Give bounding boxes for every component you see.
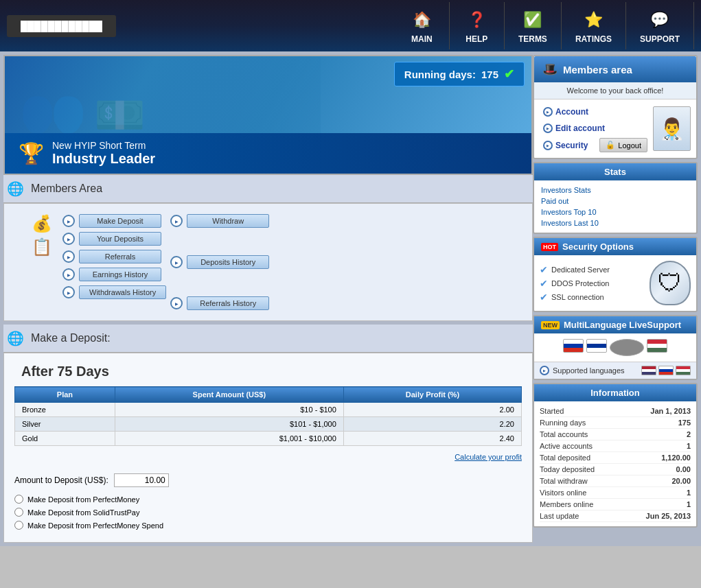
stats-links: Investors Stats Paid out Investors Top 1…	[534, 180, 696, 233]
ratings-icon: ⭐	[581, 8, 606, 32]
pm-spend-radio[interactable]	[14, 521, 23, 530]
active-accounts-value: 1	[687, 442, 691, 450]
solidtrust-radio[interactable]	[14, 508, 23, 517]
lang-flag-hu	[676, 366, 691, 375]
info-total-withdraw-row: Total withdraw 20.00	[540, 475, 691, 487]
referrals-history-btn[interactable]: Referrals History	[170, 296, 274, 310]
stats-box: Stats Investors Stats Paid out Investors…	[533, 162, 698, 234]
banner-money-icon: 💵	[94, 91, 146, 139]
security-menu-item[interactable]: ▶ Security	[540, 139, 599, 152]
info-last-update-row: Last update Jun 25, 2013	[540, 510, 691, 522]
members-area-header: 🌐 Members Area	[3, 175, 533, 203]
nav-main[interactable]: 🏠 MAIN	[395, 2, 450, 49]
amount-input[interactable]	[114, 473, 169, 487]
silver-name: Silver	[15, 417, 115, 432]
gold-profit: 2.40	[343, 432, 521, 446]
nav-ratings[interactable]: ⭐ RATINGS	[562, 2, 626, 49]
new-badge: NEW	[541, 321, 560, 329]
banner: 👥 💵 Running days: 175 ✔ 🏆 New HYIP Short…	[3, 55, 533, 175]
account-label: Account	[555, 107, 588, 117]
logout-label: Logout	[618, 141, 641, 150]
lang-flags	[641, 366, 691, 375]
ssl-label: SSL connection	[551, 293, 604, 301]
edit-account-menu-item[interactable]: ▶ Edit account	[540, 121, 647, 135]
make-deposit-label: Make Deposit	[79, 214, 161, 228]
total-accounts-label: Total accounts	[540, 430, 588, 438]
nav-help[interactable]: ❓ HELP	[450, 2, 505, 49]
investors-stats-link[interactable]: Investors Stats	[541, 186, 689, 194]
trophy-icon: 🏆	[19, 141, 44, 165]
deposit-section-header: 🌐 Make a Deposit:	[3, 325, 533, 353]
bronze-amount: $10 - $100	[115, 403, 343, 417]
nav-support[interactable]: 💬 SUPPORT	[626, 2, 694, 49]
bronze-profit: 2.00	[343, 403, 521, 417]
total-withdraw-value: 20.00	[671, 477, 691, 485]
ssl-item: ✔ SSL connection	[540, 292, 610, 303]
account-menu-item[interactable]: ▶ Account	[540, 105, 647, 119]
logo: ████████████	[7, 15, 116, 37]
flag-uk	[586, 339, 607, 353]
paid-out-link[interactable]: Paid out	[541, 197, 689, 205]
btn-arrow-icon	[62, 250, 75, 263]
logout-icon: 🔓	[606, 141, 615, 150]
investors-top10-link[interactable]: Investors Top 10	[541, 208, 689, 216]
nav-terms[interactable]: ✅ TERMS	[505, 2, 562, 49]
banner-title-bottom: Industry Leader	[52, 151, 155, 167]
security-header-label: Security Options	[562, 242, 634, 252]
investors-last10-link[interactable]: Investors Last 10	[541, 219, 689, 227]
support-header: NEW MultiLanguage LiveSupport	[534, 316, 696, 333]
arrow-icon: ▶	[540, 366, 549, 375]
banner-running-days: Running days: 175 ✔	[394, 62, 525, 86]
referrals-history-label: Referrals History	[187, 296, 269, 310]
supported-languages-label: Supported languages	[553, 366, 625, 375]
col-amount: Spent Amount (US$)	[115, 387, 343, 403]
info-active-accounts-row: Active accounts 1	[540, 440, 691, 452]
profile-section: ▶ Account ▶ Edit account ▶ Security 🔓	[534, 99, 696, 158]
plan-bronze-row: Bronze $10 - $100 2.00	[15, 403, 522, 417]
security-items: ✔ Dedicated Server ✔ DDOS Protection ✔ S…	[540, 264, 610, 303]
payment-pm-spend[interactable]: Make Deposit from PerfectMoney Spend	[14, 519, 522, 532]
info-today-deposited-row: Today deposited 0.00	[540, 464, 691, 475]
members-area-title: Members Area	[31, 183, 102, 195]
pm-spend-label: Make Deposit from PerfectMoney Spend	[27, 521, 163, 530]
info-total-accounts-row: Total accounts 2	[540, 429, 691, 440]
profile-avatar: 👨‍⚕️	[653, 106, 691, 151]
total-deposited-label: Total deposited	[540, 454, 590, 462]
logout-button[interactable]: 🔓 Logout	[599, 138, 647, 152]
members-online-value: 1	[687, 500, 691, 508]
your-deposits-btn[interactable]: Your Deposits	[62, 232, 166, 246]
referrals-btn[interactable]: Referrals	[62, 250, 166, 263]
check-icon: ✔	[540, 292, 548, 303]
btn-arrow-icon	[170, 297, 183, 309]
btn-arrow-icon	[62, 286, 75, 298]
nav-main-label: MAIN	[411, 34, 433, 44]
nav-help-label: HELP	[466, 34, 487, 44]
info-header: Information	[534, 384, 696, 401]
deposit-area: After 75 Days Plan Spent Amount (US$) Da…	[3, 353, 533, 543]
support-lang-row: ▶ Supported languages	[534, 362, 696, 379]
check-mark-icon: ✔	[504, 67, 514, 82]
calc-profit-link[interactable]: Calculate your profit	[14, 453, 522, 461]
info-started-row: Started Jan 1, 2013	[540, 405, 691, 417]
withdrawals-history-btn[interactable]: Withdrawals History	[62, 285, 166, 299]
actions-area: 💰 📋 Make Deposit Your Deposits	[3, 203, 533, 321]
silver-profit: 2.20	[343, 417, 521, 432]
actions-row: 💰 📋 Make Deposit Your Deposits	[25, 214, 512, 310]
flags-row	[534, 333, 696, 362]
deposit-globe-icon: 🌐	[7, 330, 24, 346]
make-deposit-btn[interactable]: Make Deposit	[62, 214, 166, 228]
withdraw-btn[interactable]: Withdraw	[170, 214, 274, 228]
deposits-history-btn[interactable]: Deposits History	[170, 255, 274, 269]
earnings-history-btn[interactable]: Earnings History	[62, 268, 166, 281]
payment-solidtrust[interactable]: Make Deposit from SolidTrustPay	[14, 506, 522, 519]
stats-header: Stats	[534, 163, 696, 180]
payment-perfectmoney[interactable]: Make Deposit from PerfectMoney	[14, 493, 522, 506]
nav-items: 🏠 MAIN ❓ HELP ✅ TERMS ⭐ RATINGS 💬 SUPPOR…	[395, 2, 694, 49]
security-header: HOT Security Options	[534, 238, 696, 255]
hot-badge: HOT	[541, 243, 558, 251]
nav-support-label: SUPPORT	[640, 34, 680, 44]
perfectmoney-radio[interactable]	[14, 495, 23, 504]
solidtrust-label: Make Deposit from SolidTrustPay	[27, 508, 139, 517]
running-value: 175	[481, 69, 498, 80]
check-icon: ✔	[540, 264, 548, 275]
